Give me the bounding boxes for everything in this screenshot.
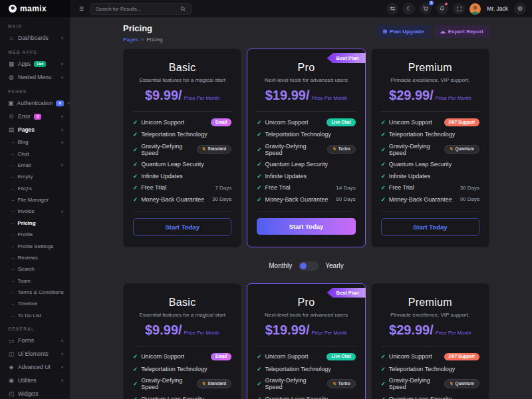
sidebar-item-label: Profile xyxy=(17,231,33,237)
sidebar-item-search[interactable]: –Search xyxy=(0,263,70,275)
feature-label: Gravity-Defying Speed xyxy=(389,143,441,156)
user-name[interactable]: Mr. Jack xyxy=(487,5,508,12)
plan-period: Price Per Month xyxy=(184,95,220,101)
sidebar-item-chat[interactable]: –Chat xyxy=(0,148,70,159)
sidebar-item-label: Error xyxy=(18,113,31,120)
monthly-label[interactable]: Monthly xyxy=(269,262,292,269)
translate-icon[interactable]: ⇆ xyxy=(386,3,398,15)
check-icon: ✓ xyxy=(133,196,138,203)
sidebar-item-label: Pages xyxy=(18,126,35,133)
hamburger-menu-icon[interactable]: ≡ xyxy=(79,4,84,13)
sidebar-item-widgets[interactable]: ◰Widgets xyxy=(0,387,70,399)
yearly-label[interactable]: Yearly xyxy=(325,262,343,269)
avatar[interactable] xyxy=(469,3,481,15)
feature-row: ✓Quantum Leap Security xyxy=(133,396,231,399)
sidebar-item-advanced-ui[interactable]: ◈Advanced UI∨ xyxy=(0,360,70,374)
nested-icon: ◍ xyxy=(8,74,15,80)
check-icon: ✓ xyxy=(381,146,386,153)
logo[interactable]: ✱ mamix xyxy=(0,0,70,17)
fullscreen-icon[interactable] xyxy=(453,3,465,15)
pricing-card-basic: BasicEssential features for a magical st… xyxy=(123,49,241,247)
divider xyxy=(381,111,479,112)
feature-label: Money-Back Guarantee xyxy=(265,196,328,203)
page-actions: ⊞ Plan Upgrade ☁ Export Report xyxy=(376,23,489,38)
sidebar-item-label: Advanced UI xyxy=(18,364,51,370)
sidebar-item-dashboards[interactable]: ⌂Dashboards∨ xyxy=(0,31,70,45)
gear-icon[interactable]: ⚙ xyxy=(514,3,526,15)
feature-label: Teleportation Technology xyxy=(141,131,207,138)
feature-list: ✓Unicorn SupportLive Chat✓Teleportation … xyxy=(247,118,364,203)
moon-icon[interactable]: ☾ xyxy=(403,3,415,15)
toggle-knob xyxy=(300,263,307,269)
billing-period-toggle[interactable] xyxy=(299,261,319,271)
ui-elements-icon: ◫ xyxy=(8,350,15,357)
sidebar-item-file-manager[interactable]: –File Manager xyxy=(0,194,70,205)
sidebar-item-pricing[interactable]: –Pricing xyxy=(0,217,70,229)
chevron-down-icon: ∨ xyxy=(61,36,64,41)
dash-icon: – xyxy=(11,208,14,214)
sidebar-item-team[interactable]: –Team xyxy=(0,275,70,287)
start-today-button[interactable]: Start Today xyxy=(257,218,355,235)
check-icon: ✓ xyxy=(381,119,386,126)
feature-label: Unicorn Support xyxy=(265,353,308,360)
sidebar-item-empty[interactable]: –Empty xyxy=(0,171,70,182)
export-report-button[interactable]: ☁ Export Report xyxy=(434,25,489,38)
dash-icon: – xyxy=(11,231,14,237)
feature-list: ✓Unicorn SupportLive Chat✓Teleportation … xyxy=(247,353,364,399)
sidebar-item-terms-conditions[interactable]: –Terms & Conditions xyxy=(0,287,70,298)
sidebar-item-ui-elements[interactable]: ◫Ui Elements∨ xyxy=(0,347,70,360)
feature-badge: 24/7 Support xyxy=(444,353,479,361)
search-input[interactable] xyxy=(96,6,177,12)
divider xyxy=(257,211,355,211)
cart-count-badge: 5 xyxy=(429,1,434,5)
sidebar-item-pages[interactable]: ▤Pages∧ xyxy=(0,123,70,136)
feature-label: Free Trial xyxy=(265,184,290,191)
plan-upgrade-button[interactable]: ⊞ Plan Upgrade xyxy=(376,25,430,38)
sidebar-item-label: Invoice xyxy=(17,208,34,214)
plan-tagline: Pinnacle excellence, VIP support. xyxy=(372,77,489,83)
sidebar-item-label: FAQ's xyxy=(17,186,32,192)
cart-icon[interactable]: 5 xyxy=(420,3,432,15)
zap-icon: ↯ xyxy=(202,382,205,386)
feature-label: Teleportation Technology xyxy=(389,131,455,138)
page-header: Pricing Pages » Pricing ⊞ Plan Upgrade ☁… xyxy=(123,23,489,43)
sidebar-item-utilities[interactable]: ◉Utilities∨ xyxy=(0,374,70,387)
sidebar-item-error[interactable]: ⊙Error3∨ xyxy=(0,110,70,123)
start-today-button[interactable]: Start Today xyxy=(133,218,231,236)
sidebar-item-forms[interactable]: ▭Forms∨ xyxy=(0,334,70,347)
zap-icon: ↯ xyxy=(332,382,336,386)
check-icon: ✓ xyxy=(257,146,261,153)
feature-label: Unicorn Support xyxy=(265,119,308,126)
bell-icon[interactable] xyxy=(436,3,448,15)
breadcrumb-pages-link[interactable]: Pages xyxy=(123,37,138,43)
feature-label: Gravity-Defying Speed xyxy=(389,377,441,390)
sidebar-item-blog[interactable]: –Blog∨ xyxy=(0,136,70,148)
dash-icon: – xyxy=(11,313,14,319)
plan-period: Price Per Month xyxy=(311,330,347,336)
dash-icon: – xyxy=(11,266,14,272)
chevron-down-icon: ∨ xyxy=(61,62,64,66)
sidebar-item-reviews[interactable]: –Reviews xyxy=(0,252,70,263)
zap-icon: ↯ xyxy=(450,382,453,386)
check-icon: ✓ xyxy=(257,173,261,180)
sidebar-item-timeline[interactable]: –Timeline xyxy=(0,298,70,309)
sidebar-item-apps[interactable]: ▦AppsHot∨ xyxy=(0,57,70,70)
sidebar-item-email[interactable]: –Email∨ xyxy=(0,160,70,171)
sidebar-item-label: Forms xyxy=(18,337,34,344)
search-icon[interactable] xyxy=(180,6,186,12)
plan-price: $9.99/ xyxy=(145,88,182,102)
feature-row: ✓Money-Back Guarantee60 Days xyxy=(257,196,355,203)
feature-label: Infinite Updates xyxy=(389,173,431,180)
sidebar-item-label: Search xyxy=(17,266,34,272)
sidebar-item-profile[interactable]: –Profile xyxy=(0,229,70,240)
plan-price-line: $29.99/Price Per Month xyxy=(372,88,489,103)
sidebar-item-faq-s[interactable]: –FAQ's xyxy=(0,183,70,194)
start-today-button[interactable]: Start Today xyxy=(381,218,479,236)
sidebar-item-profile-settings[interactable]: –Profile Settings xyxy=(0,240,70,251)
sidebar-item-to-do-list[interactable]: –To Do List xyxy=(0,310,70,321)
sidebar-item-invoice[interactable]: –Invoice∨ xyxy=(0,205,70,217)
sidebar-item-nested-menu[interactable]: ◍Nested Menu∨ xyxy=(0,70,70,84)
sidebar-item-authentication[interactable]: ▣Authentication8∨ xyxy=(0,96,70,110)
check-icon: ✓ xyxy=(381,380,386,387)
sidebar-item-label: Empty xyxy=(17,174,33,180)
